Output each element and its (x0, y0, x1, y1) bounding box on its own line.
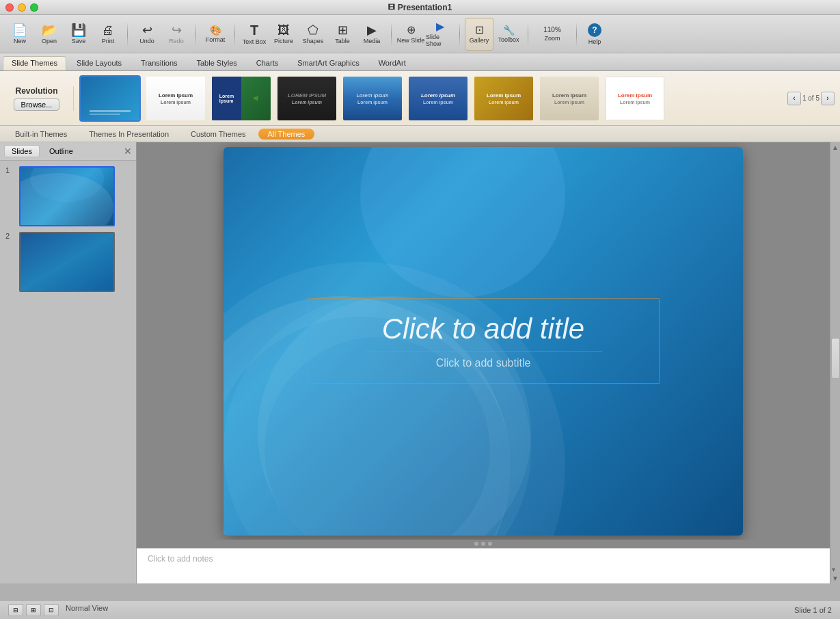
minimize-button[interactable] (18, 3, 26, 12)
slide-panel: Slides Outline ✕ 1 2 (0, 142, 137, 583)
theme-item-warm[interactable]: Lorem Ipsum Lorem ipsum (539, 75, 600, 122)
normal-view-button[interactable]: ⊟ (8, 604, 23, 616)
theme-prev-button[interactable]: ‹ (787, 92, 801, 105)
normal-view-label: Normal View (66, 604, 108, 616)
toolbar-sep-4 (391, 22, 392, 47)
slide-canvas[interactable]: Click to add title Click to add subtitle (223, 147, 743, 536)
slide-panel-tabs: Slides Outline ✕ (0, 142, 136, 161)
theme-item-yellow[interactable]: Lorem Ipsum Lorem ipsum (473, 75, 534, 122)
tab-transitions[interactable]: Transitions (132, 56, 186, 70)
subtab-in-presentation[interactable]: Themes In Presentation (79, 129, 178, 140)
gallery-button[interactable]: ⊡ Gallery (465, 18, 493, 51)
table-button[interactable]: ⊞ Table (328, 18, 357, 51)
slide-show-button[interactable]: ▶ Slide Show (426, 18, 455, 51)
toolbox-button[interactable]: 🔧 Toolbox (494, 18, 523, 51)
scroll-thumb[interactable] (831, 338, 840, 379)
slide-thumb-2[interactable] (19, 232, 115, 292)
theme-item-orange-title[interactable]: Lorem Ipsum Lorem ipsum (604, 75, 666, 122)
slide-list: 1 2 (0, 161, 136, 583)
save-button[interactable]: 💾 Save (64, 18, 93, 51)
media-button[interactable]: ▶ Media (357, 18, 386, 51)
titlebar: 🎞 Presentation1 (0, 0, 840, 15)
title-divider (364, 351, 602, 352)
tab-table-styles[interactable]: Table Styles (188, 56, 246, 70)
slide-sorter-button[interactable]: ⊞ (26, 604, 41, 616)
subtab-all[interactable]: All Themes (258, 129, 315, 140)
theme-item-dark[interactable]: LOREM IPSUM Lorem ipsum (276, 75, 338, 122)
ribbon-tabs: Slide Themes Slide Layouts Transitions T… (0, 53, 840, 71)
main-toolbar: 📄 New 📂 Open 💾 Save 🖨 Print ↩ Undo ↪ Red… (0, 15, 840, 53)
textbox-button[interactable]: T Text Box (240, 18, 269, 51)
open-button[interactable]: 📂 Open (35, 18, 64, 51)
theme-item-white[interactable]: Lorem Ipsum Lorem ipsum (145, 75, 206, 122)
new-slide-button[interactable]: ⊕ New Slide (396, 18, 425, 51)
slide-title[interactable]: Click to add title (335, 313, 632, 345)
table-icon: ⊞ (338, 24, 348, 36)
theme-gallery: Revolution Browse... Lorem Ipsum Lorem i… (0, 71, 840, 126)
slide-number-2: 2 (5, 232, 15, 240)
tab-slide-themes[interactable]: Slide Themes (3, 56, 66, 70)
redo-icon: ↪ (172, 24, 182, 36)
slide-count: Slide 1 of 2 (794, 606, 832, 614)
slide-text-box[interactable]: Click to add title Click to add subtitle (307, 298, 660, 384)
gallery-icon: ⊡ (475, 25, 484, 36)
theme-item-photomix[interactable]: Lorem Ipsum 🌿 (211, 75, 272, 122)
theme-sidebar: Revolution Browse... (5, 86, 74, 111)
shapes-button[interactable]: ⬠ Shapes (299, 18, 327, 51)
scroll-up-button[interactable]: ▲ (832, 144, 839, 151)
toolbar-sep-1 (127, 22, 128, 47)
main-area: Slides Outline ✕ 1 2 (0, 142, 840, 583)
status-bar: ⊟ ⊞ ⊡ Normal View Slide 1 of 2 (0, 600, 840, 619)
slide-item-2[interactable]: 2 (5, 232, 131, 292)
tab-charts[interactable]: Charts (247, 56, 287, 70)
subtab-custom[interactable]: Custom Themes (181, 129, 256, 140)
undo-button[interactable]: ↩ Undo (133, 18, 161, 51)
slide-subtitle[interactable]: Click to add subtitle (335, 357, 632, 369)
slide-item-1[interactable]: 1 (5, 166, 131, 226)
picture-button[interactable]: 🖼 Picture (269, 18, 298, 51)
zoom-button[interactable]: 110% Zoom (533, 18, 571, 51)
theme-item-revolution[interactable] (79, 75, 141, 122)
close-panel-button[interactable]: ✕ (124, 146, 132, 157)
close-button[interactable] (5, 3, 14, 12)
presenter-view-button[interactable]: ⊡ (44, 604, 59, 616)
vertical-scrollbar[interactable]: ▲ ▾ ▼ (830, 142, 840, 583)
theme-item-sky[interactable]: Lorem Ipsum Lorem ipsum (342, 75, 403, 122)
slide-canvas-wrapper: Click to add title Click to add subtitle (137, 142, 830, 540)
outline-tab[interactable]: Outline (42, 146, 80, 157)
browse-button[interactable]: Browse... (14, 98, 60, 111)
new-button[interactable]: 📄 New (5, 18, 34, 51)
theme-nav-label: 1 of 5 (802, 94, 819, 102)
canvas-area: Click to add title Click to add subtitle… (137, 142, 830, 583)
toolbar-sep-5 (459, 22, 460, 47)
zoom-value: 110% (543, 26, 561, 34)
help-icon: ? (588, 23, 601, 37)
help-button[interactable]: ? Help (580, 18, 609, 51)
print-button[interactable]: 🖨 Print (94, 18, 122, 51)
toolbar-sep-3 (234, 22, 235, 47)
format-button[interactable]: 🎨 Format (201, 18, 230, 51)
new-icon: 📄 (12, 24, 27, 36)
scroll-page-up[interactable]: ▾ (832, 566, 839, 573)
notes-area[interactable]: Click to add notes (137, 548, 830, 583)
redo-button[interactable]: ↪ Redo (162, 18, 191, 51)
tab-slide-layouts[interactable]: Slide Layouts (68, 56, 131, 70)
slides-tab[interactable]: Slides (4, 145, 40, 157)
save-icon: 💾 (71, 24, 86, 36)
textbox-icon: T (250, 23, 258, 37)
theme-item-outdoor[interactable]: Lorem Ipsum Lorem ipsum (407, 75, 469, 122)
current-theme-name: Revolution (16, 86, 58, 96)
slide-thumb-1[interactable] (19, 166, 115, 226)
new-slide-icon: ⊕ (407, 25, 416, 36)
format-icon: 🎨 (210, 25, 221, 35)
shapes-icon: ⬠ (308, 24, 319, 36)
subtab-builtin[interactable]: Built-in Themes (5, 129, 77, 140)
scroll-down-button[interactable]: ▼ (832, 575, 839, 582)
slide-content: Click to add title Click to add subtitle (223, 147, 743, 536)
theme-next-button[interactable]: › (821, 92, 835, 105)
tab-smartart[interactable]: SmartArt Graphics (288, 56, 368, 70)
maximize-button[interactable] (30, 3, 38, 12)
tab-wordart[interactable]: WordArt (370, 56, 415, 70)
edit-tools: ↩ Undo ↪ Redo (131, 18, 192, 51)
open-icon: 📂 (42, 24, 57, 36)
